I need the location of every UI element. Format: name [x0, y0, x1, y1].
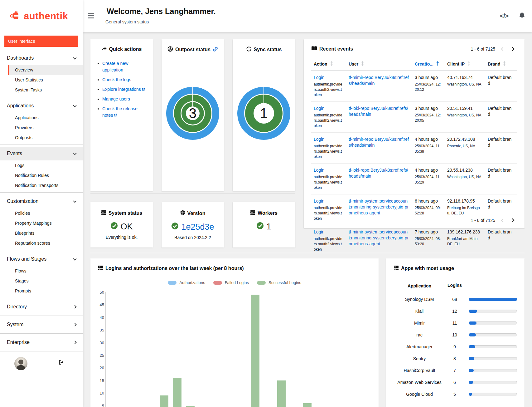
sidebar-item-system-tasks[interactable]: System Tasks	[0, 85, 83, 95]
event-action-detail: authentik.providers.oauth2.views.token	[314, 174, 343, 190]
sidebar-item-reputation-scores[interactable]: Reputation scores	[0, 238, 83, 248]
sidebar-item-stages[interactable]: Stages	[0, 276, 83, 286]
dashboard-content: Quick actions Create a new applicationCh…	[83, 32, 532, 407]
share-icon	[102, 46, 107, 52]
sidebar-item-logs[interactable]: Logs	[0, 160, 83, 170]
app-usage-bar-fill	[469, 333, 476, 336]
sidebar-item-notification-rules[interactable]: Notification Rules	[0, 170, 83, 180]
shield-icon	[180, 210, 185, 217]
page-next-icon[interactable]	[509, 46, 517, 52]
event-action-detail: authentik.providers.oauth2.views.token	[314, 205, 343, 221]
page-next-icon[interactable]	[509, 217, 517, 224]
sidebar-section-system[interactable]: System	[0, 318, 83, 331]
sidebar-item-outposts[interactable]: Outposts	[0, 133, 83, 143]
quick-action-link[interactable]: Check the release notes	[102, 106, 138, 118]
app-name: Mimir	[394, 320, 445, 326]
quick-action-link[interactable]: Create a new application	[102, 61, 128, 72]
version-title: Version	[187, 211, 206, 216]
quick-action-link[interactable]: Check the logs	[102, 77, 131, 82]
cell-brand: Default brand	[485, 225, 517, 256]
column-header-brand[interactable]: Brand	[485, 58, 517, 71]
event-action-link[interactable]: Login	[314, 105, 343, 111]
chart-bar-successful-logins	[303, 403, 312, 407]
quick-action-link[interactable]: Explore integrations	[102, 87, 141, 92]
app-login-count: 68	[445, 297, 464, 302]
sidebar-item-blueprints[interactable]: Blueprints	[0, 228, 83, 238]
hamburger-menu-icon[interactable]	[88, 13, 94, 18]
event-action-link[interactable]: Login	[314, 167, 343, 173]
sidebar-item-notification-transports[interactable]: Notification Transports	[0, 180, 83, 190]
check-circle-icon	[110, 222, 118, 232]
y-tick-label: 15	[96, 378, 104, 383]
event-user-link[interactable]: tf-mimir-repo:BeryJu/k8s:ref:refs/heads/…	[349, 75, 409, 86]
sort-icon[interactable]	[467, 61, 471, 67]
page-previous-icon[interactable]	[498, 46, 506, 52]
avatar[interactable]	[14, 357, 27, 370]
column-header-creatio[interactable]: Creatio...	[412, 58, 445, 71]
code-icon[interactable]: </>	[500, 12, 508, 20]
sidebar-section-applications[interactable]: Applications	[0, 99, 83, 113]
event-location: Frankfurt am Main, DE, EU	[447, 236, 482, 247]
event-action-detail: authentik.providers.oauth2.views.token	[314, 113, 343, 129]
sidebar-section-flows-and-stages[interactable]: Flows and Stages	[0, 252, 83, 266]
link-icon[interactable]	[213, 47, 218, 53]
workers-card: Workers 1	[233, 202, 295, 248]
page-previous-icon[interactable]	[498, 217, 506, 224]
event-brand: Default brand	[488, 75, 514, 86]
column-header-client-ip[interactable]: Client IP	[445, 58, 485, 71]
user-interface-button[interactable]: User interface	[4, 36, 78, 47]
app-usage-row: Synology DSM68	[394, 293, 517, 305]
sidebar-section-enterprise[interactable]: Enterprise	[0, 336, 83, 349]
sidebar-divider	[0, 97, 83, 97]
sidebar-section-directory[interactable]: Directory	[0, 300, 83, 314]
sidebar-item-applications[interactable]: Applications	[0, 113, 83, 123]
event-user-link[interactable]: tf-loki-repo:BeryJu/k8s:ref:refs/heads/m…	[349, 167, 409, 179]
version-value-link[interactable]: 1e25d3e	[181, 222, 214, 232]
column-header-action[interactable]: Action	[311, 58, 346, 71]
sidebar-section-events[interactable]: Events	[0, 147, 83, 160]
event-user-link[interactable]: tf-mimir-system:serviceaccount:monitorin…	[349, 229, 409, 247]
sort-icon[interactable]	[330, 61, 333, 67]
legend-item-successful-logins: Successful Logins	[257, 280, 301, 285]
legend-swatch	[168, 281, 177, 285]
bell-icon[interactable]	[519, 12, 525, 20]
app-usage-row: Kiali12	[394, 305, 517, 317]
server-icon	[394, 265, 399, 272]
event-user-link[interactable]: tf-mimir-system:serviceaccount:monitorin…	[349, 198, 409, 216]
sync-icon	[246, 46, 252, 53]
external-link-icon	[141, 87, 145, 92]
sign-out-icon[interactable]	[59, 360, 65, 366]
app-usage-bar-fill	[469, 298, 517, 301]
chart-legend: AuthorizationsFailed LoginsSuccessful Lo…	[96, 280, 373, 285]
sidebar-item-overview[interactable]: Overview	[8, 65, 83, 75]
event-user-link[interactable]: tf-loki-repo:BeryJu/k8s:ref:refs/heads/m…	[349, 105, 409, 117]
sidebar-section-customization[interactable]: Customization	[0, 194, 83, 208]
event-timestamp: 25/03/2024, 11:35:29	[415, 174, 442, 185]
event-action-link[interactable]: Login	[314, 198, 343, 204]
event-user-link[interactable]: tf-mimir-repo:BeryJu/k8s:ref:refs/heads/…	[349, 136, 409, 148]
sidebar-item-prompts[interactable]: Prompts	[0, 286, 83, 296]
sidebar-item-user-statistics[interactable]: User Statistics	[0, 75, 83, 85]
event-action-link[interactable]: Login	[314, 136, 343, 142]
sidebar-item-flows[interactable]: Flows	[0, 266, 83, 276]
sort-icon[interactable]	[503, 61, 506, 67]
page-subtitle: General system status	[105, 19, 149, 24]
quick-action-link[interactable]: Manage users	[102, 96, 130, 101]
y-tick-label: 35	[96, 328, 104, 332]
sidebar-section-dashboards[interactable]: Dashboards	[0, 51, 83, 65]
sort-icon[interactable]	[361, 61, 364, 67]
sidebar-item-providers[interactable]: Providers	[0, 123, 83, 133]
sidebar-item-policies[interactable]: Policies	[0, 208, 83, 218]
cell-creation: 3 hours ago25/03/2024, 12:20:12	[412, 71, 445, 102]
event-timestamp: 25/03/2024, 12:20:12	[415, 82, 442, 92]
event-action-link[interactable]: Login	[314, 75, 343, 81]
sort-asc-icon[interactable]	[436, 61, 439, 67]
logins-chart-plot: 5101520253035404550	[96, 290, 379, 407]
apps-usage-card: Apps with most usage Application Logins …	[386, 258, 525, 407]
sidebar-item-property-mappings[interactable]: Property Mappings	[0, 218, 83, 228]
column-header-user[interactable]: User	[346, 58, 412, 71]
event-action-link[interactable]: Login	[314, 229, 343, 235]
sidebar-divider	[0, 316, 83, 316]
column-header-label: Client IP	[447, 61, 465, 66]
pod-icon	[167, 46, 173, 53]
